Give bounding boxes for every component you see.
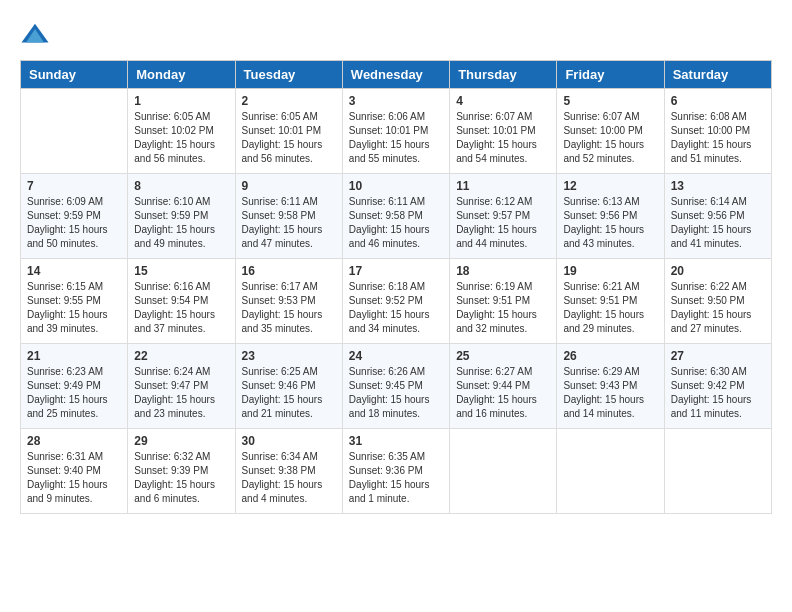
calendar-cell: 10Sunrise: 6:11 AM Sunset: 9:58 PM Dayli… <box>342 174 449 259</box>
day-info: Sunrise: 6:34 AM Sunset: 9:38 PM Dayligh… <box>242 450 336 506</box>
calendar-cell: 4Sunrise: 6:07 AM Sunset: 10:01 PM Dayli… <box>450 89 557 174</box>
calendar-cell: 12Sunrise: 6:13 AM Sunset: 9:56 PM Dayli… <box>557 174 664 259</box>
day-info: Sunrise: 6:35 AM Sunset: 9:36 PM Dayligh… <box>349 450 443 506</box>
logo-icon <box>20 20 50 50</box>
day-number: 7 <box>27 179 121 193</box>
day-info: Sunrise: 6:24 AM Sunset: 9:47 PM Dayligh… <box>134 365 228 421</box>
day-info: Sunrise: 6:29 AM Sunset: 9:43 PM Dayligh… <box>563 365 657 421</box>
calendar-cell: 28Sunrise: 6:31 AM Sunset: 9:40 PM Dayli… <box>21 429 128 514</box>
day-info: Sunrise: 6:21 AM Sunset: 9:51 PM Dayligh… <box>563 280 657 336</box>
calendar-cell: 9Sunrise: 6:11 AM Sunset: 9:58 PM Daylig… <box>235 174 342 259</box>
calendar-cell: 16Sunrise: 6:17 AM Sunset: 9:53 PM Dayli… <box>235 259 342 344</box>
day-number: 27 <box>671 349 765 363</box>
day-info: Sunrise: 6:27 AM Sunset: 9:44 PM Dayligh… <box>456 365 550 421</box>
header-row: SundayMondayTuesdayWednesdayThursdayFrid… <box>21 61 772 89</box>
day-info: Sunrise: 6:07 AM Sunset: 10:00 PM Daylig… <box>563 110 657 166</box>
day-number: 5 <box>563 94 657 108</box>
day-number: 26 <box>563 349 657 363</box>
day-number: 24 <box>349 349 443 363</box>
week-row-3: 14Sunrise: 6:15 AM Sunset: 9:55 PM Dayli… <box>21 259 772 344</box>
calendar-cell: 26Sunrise: 6:29 AM Sunset: 9:43 PM Dayli… <box>557 344 664 429</box>
day-number: 30 <box>242 434 336 448</box>
day-info: Sunrise: 6:16 AM Sunset: 9:54 PM Dayligh… <box>134 280 228 336</box>
day-info: Sunrise: 6:10 AM Sunset: 9:59 PM Dayligh… <box>134 195 228 251</box>
day-number: 29 <box>134 434 228 448</box>
day-number: 23 <box>242 349 336 363</box>
day-info: Sunrise: 6:05 AM Sunset: 10:02 PM Daylig… <box>134 110 228 166</box>
logo <box>20 20 54 50</box>
calendar-cell: 25Sunrise: 6:27 AM Sunset: 9:44 PM Dayli… <box>450 344 557 429</box>
day-info: Sunrise: 6:22 AM Sunset: 9:50 PM Dayligh… <box>671 280 765 336</box>
day-info: Sunrise: 6:26 AM Sunset: 9:45 PM Dayligh… <box>349 365 443 421</box>
calendar-cell: 23Sunrise: 6:25 AM Sunset: 9:46 PM Dayli… <box>235 344 342 429</box>
day-info: Sunrise: 6:19 AM Sunset: 9:51 PM Dayligh… <box>456 280 550 336</box>
day-number: 31 <box>349 434 443 448</box>
day-info: Sunrise: 6:11 AM Sunset: 9:58 PM Dayligh… <box>349 195 443 251</box>
header-cell-tuesday: Tuesday <box>235 61 342 89</box>
page-header <box>20 20 772 50</box>
day-info: Sunrise: 6:14 AM Sunset: 9:56 PM Dayligh… <box>671 195 765 251</box>
day-number: 11 <box>456 179 550 193</box>
calendar-cell: 17Sunrise: 6:18 AM Sunset: 9:52 PM Dayli… <box>342 259 449 344</box>
calendar-cell: 22Sunrise: 6:24 AM Sunset: 9:47 PM Dayli… <box>128 344 235 429</box>
day-number: 16 <box>242 264 336 278</box>
calendar-cell: 18Sunrise: 6:19 AM Sunset: 9:51 PM Dayli… <box>450 259 557 344</box>
calendar-cell: 27Sunrise: 6:30 AM Sunset: 9:42 PM Dayli… <box>664 344 771 429</box>
day-number: 9 <box>242 179 336 193</box>
header-cell-friday: Friday <box>557 61 664 89</box>
calendar-table: SundayMondayTuesdayWednesdayThursdayFrid… <box>20 60 772 514</box>
day-number: 22 <box>134 349 228 363</box>
calendar-cell: 21Sunrise: 6:23 AM Sunset: 9:49 PM Dayli… <box>21 344 128 429</box>
week-row-1: 1Sunrise: 6:05 AM Sunset: 10:02 PM Dayli… <box>21 89 772 174</box>
calendar-cell: 8Sunrise: 6:10 AM Sunset: 9:59 PM Daylig… <box>128 174 235 259</box>
day-number: 14 <box>27 264 121 278</box>
day-info: Sunrise: 6:05 AM Sunset: 10:01 PM Daylig… <box>242 110 336 166</box>
day-info: Sunrise: 6:07 AM Sunset: 10:01 PM Daylig… <box>456 110 550 166</box>
week-row-2: 7Sunrise: 6:09 AM Sunset: 9:59 PM Daylig… <box>21 174 772 259</box>
day-info: Sunrise: 6:13 AM Sunset: 9:56 PM Dayligh… <box>563 195 657 251</box>
calendar-cell: 13Sunrise: 6:14 AM Sunset: 9:56 PM Dayli… <box>664 174 771 259</box>
calendar-cell <box>21 89 128 174</box>
day-number: 13 <box>671 179 765 193</box>
day-info: Sunrise: 6:18 AM Sunset: 9:52 PM Dayligh… <box>349 280 443 336</box>
day-info: Sunrise: 6:06 AM Sunset: 10:01 PM Daylig… <box>349 110 443 166</box>
calendar-cell: 30Sunrise: 6:34 AM Sunset: 9:38 PM Dayli… <box>235 429 342 514</box>
day-number: 10 <box>349 179 443 193</box>
day-number: 18 <box>456 264 550 278</box>
calendar-cell: 11Sunrise: 6:12 AM Sunset: 9:57 PM Dayli… <box>450 174 557 259</box>
calendar-cell: 1Sunrise: 6:05 AM Sunset: 10:02 PM Dayli… <box>128 89 235 174</box>
calendar-cell <box>557 429 664 514</box>
calendar-cell <box>664 429 771 514</box>
day-info: Sunrise: 6:31 AM Sunset: 9:40 PM Dayligh… <box>27 450 121 506</box>
day-info: Sunrise: 6:32 AM Sunset: 9:39 PM Dayligh… <box>134 450 228 506</box>
calendar-cell: 31Sunrise: 6:35 AM Sunset: 9:36 PM Dayli… <box>342 429 449 514</box>
header-cell-saturday: Saturday <box>664 61 771 89</box>
day-info: Sunrise: 6:08 AM Sunset: 10:00 PM Daylig… <box>671 110 765 166</box>
day-info: Sunrise: 6:23 AM Sunset: 9:49 PM Dayligh… <box>27 365 121 421</box>
calendar-cell <box>450 429 557 514</box>
day-number: 2 <box>242 94 336 108</box>
day-number: 8 <box>134 179 228 193</box>
day-number: 1 <box>134 94 228 108</box>
header-cell-sunday: Sunday <box>21 61 128 89</box>
header-cell-monday: Monday <box>128 61 235 89</box>
header-cell-wednesday: Wednesday <box>342 61 449 89</box>
calendar-cell: 15Sunrise: 6:16 AM Sunset: 9:54 PM Dayli… <box>128 259 235 344</box>
day-number: 25 <box>456 349 550 363</box>
day-number: 4 <box>456 94 550 108</box>
week-row-5: 28Sunrise: 6:31 AM Sunset: 9:40 PM Dayli… <box>21 429 772 514</box>
calendar-cell: 6Sunrise: 6:08 AM Sunset: 10:00 PM Dayli… <box>664 89 771 174</box>
day-info: Sunrise: 6:17 AM Sunset: 9:53 PM Dayligh… <box>242 280 336 336</box>
calendar-cell: 7Sunrise: 6:09 AM Sunset: 9:59 PM Daylig… <box>21 174 128 259</box>
day-number: 17 <box>349 264 443 278</box>
week-row-4: 21Sunrise: 6:23 AM Sunset: 9:49 PM Dayli… <box>21 344 772 429</box>
calendar-cell: 20Sunrise: 6:22 AM Sunset: 9:50 PM Dayli… <box>664 259 771 344</box>
day-number: 3 <box>349 94 443 108</box>
calendar-cell: 3Sunrise: 6:06 AM Sunset: 10:01 PM Dayli… <box>342 89 449 174</box>
day-info: Sunrise: 6:30 AM Sunset: 9:42 PM Dayligh… <box>671 365 765 421</box>
day-info: Sunrise: 6:12 AM Sunset: 9:57 PM Dayligh… <box>456 195 550 251</box>
calendar-cell: 29Sunrise: 6:32 AM Sunset: 9:39 PM Dayli… <box>128 429 235 514</box>
day-number: 15 <box>134 264 228 278</box>
day-info: Sunrise: 6:11 AM Sunset: 9:58 PM Dayligh… <box>242 195 336 251</box>
day-number: 6 <box>671 94 765 108</box>
